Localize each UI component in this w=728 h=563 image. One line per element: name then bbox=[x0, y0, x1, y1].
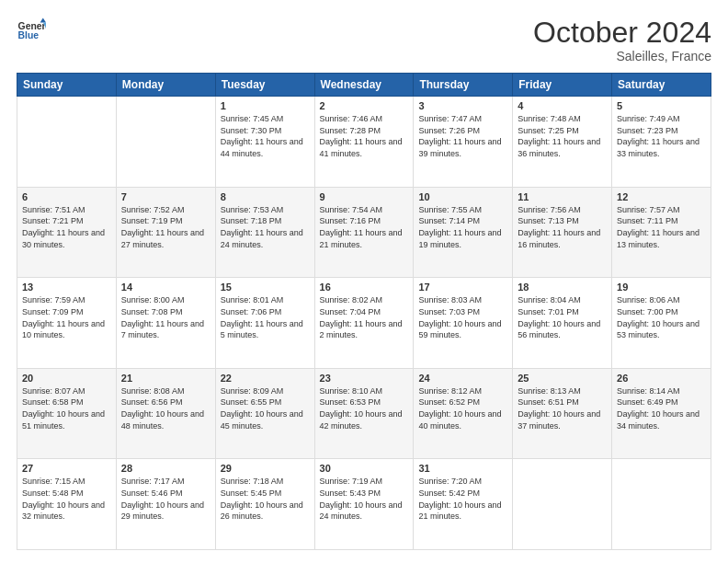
day-info: Sunrise: 8:03 AM Sunset: 7:03 PM Dayligh… bbox=[418, 294, 507, 340]
calendar-cell: 20Sunrise: 8:07 AM Sunset: 6:58 PM Dayli… bbox=[17, 368, 117, 459]
svg-marker-2 bbox=[40, 18, 46, 23]
calendar-cell: 2Sunrise: 7:46 AM Sunset: 7:28 PM Daylig… bbox=[314, 97, 414, 188]
weekday-header-monday: Monday bbox=[116, 74, 215, 97]
day-info: Sunrise: 8:04 AM Sunset: 7:01 PM Dayligh… bbox=[518, 294, 607, 340]
month-title: October 2024 bbox=[533, 17, 711, 49]
day-number: 26 bbox=[617, 373, 706, 384]
calendar-cell: 26Sunrise: 8:14 AM Sunset: 6:49 PM Dayli… bbox=[612, 368, 711, 459]
calendar-cell: 5Sunrise: 7:49 AM Sunset: 7:23 PM Daylig… bbox=[612, 97, 711, 188]
weekday-header-saturday: Saturday bbox=[612, 74, 711, 97]
calendar-cell: 23Sunrise: 8:10 AM Sunset: 6:53 PM Dayli… bbox=[314, 368, 414, 459]
calendar-cell: 12Sunrise: 7:57 AM Sunset: 7:11 PM Dayli… bbox=[612, 187, 711, 278]
calendar-cell: 11Sunrise: 7:56 AM Sunset: 7:13 PM Dayli… bbox=[513, 187, 612, 278]
day-number: 13 bbox=[22, 282, 111, 293]
weekday-header-thursday: Thursday bbox=[414, 74, 513, 97]
day-number: 10 bbox=[418, 191, 507, 202]
day-number: 9 bbox=[320, 191, 409, 202]
day-info: Sunrise: 8:08 AM Sunset: 6:56 PM Dayligh… bbox=[121, 385, 210, 431]
calendar-cell: 14Sunrise: 8:00 AM Sunset: 7:08 PM Dayli… bbox=[116, 278, 215, 369]
day-number: 29 bbox=[221, 463, 310, 474]
day-info: Sunrise: 8:02 AM Sunset: 7:04 PM Dayligh… bbox=[320, 294, 409, 340]
day-info: Sunrise: 8:06 AM Sunset: 7:00 PM Dayligh… bbox=[617, 294, 706, 340]
calendar-cell: 7Sunrise: 7:52 AM Sunset: 7:19 PM Daylig… bbox=[116, 187, 215, 278]
title-area: October 2024 Saleilles, France bbox=[533, 17, 711, 63]
day-number: 11 bbox=[518, 191, 607, 202]
calendar-cell: 8Sunrise: 7:53 AM Sunset: 7:18 PM Daylig… bbox=[215, 187, 314, 278]
calendar-cell: 16Sunrise: 8:02 AM Sunset: 7:04 PM Dayli… bbox=[314, 278, 414, 369]
day-info: Sunrise: 7:47 AM Sunset: 7:26 PM Dayligh… bbox=[418, 113, 507, 159]
day-info: Sunrise: 8:01 AM Sunset: 7:06 PM Dayligh… bbox=[221, 294, 310, 340]
calendar-week-2: 6Sunrise: 7:51 AM Sunset: 7:21 PM Daylig… bbox=[17, 187, 711, 278]
day-info: Sunrise: 7:57 AM Sunset: 7:11 PM Dayligh… bbox=[617, 204, 706, 250]
calendar-cell: 6Sunrise: 7:51 AM Sunset: 7:21 PM Daylig… bbox=[17, 187, 117, 278]
day-number: 16 bbox=[320, 282, 409, 293]
day-info: Sunrise: 7:56 AM Sunset: 7:13 PM Dayligh… bbox=[518, 204, 607, 250]
day-info: Sunrise: 7:49 AM Sunset: 7:23 PM Dayligh… bbox=[617, 113, 706, 159]
svg-text:Blue: Blue bbox=[18, 30, 40, 40]
day-info: Sunrise: 7:17 AM Sunset: 5:46 PM Dayligh… bbox=[121, 476, 210, 522]
calendar-week-3: 13Sunrise: 7:59 AM Sunset: 7:09 PM Dayli… bbox=[17, 278, 711, 369]
calendar-cell: 9Sunrise: 7:54 AM Sunset: 7:16 PM Daylig… bbox=[314, 187, 414, 278]
location: Saleilles, France bbox=[533, 49, 711, 63]
day-info: Sunrise: 8:10 AM Sunset: 6:53 PM Dayligh… bbox=[320, 385, 409, 431]
day-number: 21 bbox=[121, 373, 210, 384]
logo-icon: General Blue bbox=[17, 17, 46, 46]
page-header: General Blue October 2024 Saleilles, Fra… bbox=[17, 17, 711, 63]
weekday-header-row: SundayMondayTuesdayWednesdayThursdayFrid… bbox=[17, 74, 711, 97]
calendar-week-4: 20Sunrise: 8:07 AM Sunset: 6:58 PM Dayli… bbox=[17, 368, 711, 459]
day-number: 20 bbox=[22, 373, 111, 384]
day-info: Sunrise: 7:20 AM Sunset: 5:42 PM Dayligh… bbox=[418, 476, 507, 522]
weekday-header-sunday: Sunday bbox=[17, 74, 117, 97]
day-number: 28 bbox=[121, 463, 210, 474]
calendar-cell: 21Sunrise: 8:08 AM Sunset: 6:56 PM Dayli… bbox=[116, 368, 215, 459]
day-number: 3 bbox=[418, 100, 507, 111]
day-number: 7 bbox=[121, 191, 210, 202]
day-number: 24 bbox=[418, 373, 507, 384]
day-info: Sunrise: 8:07 AM Sunset: 6:58 PM Dayligh… bbox=[22, 385, 111, 431]
day-number: 17 bbox=[418, 282, 507, 293]
calendar-cell: 3Sunrise: 7:47 AM Sunset: 7:26 PM Daylig… bbox=[414, 97, 513, 188]
day-number: 12 bbox=[617, 191, 706, 202]
logo: General Blue bbox=[17, 17, 46, 46]
day-number: 22 bbox=[221, 373, 310, 384]
day-info: Sunrise: 7:15 AM Sunset: 5:48 PM Dayligh… bbox=[22, 476, 111, 522]
day-number: 25 bbox=[518, 373, 607, 384]
calendar-cell: 19Sunrise: 8:06 AM Sunset: 7:00 PM Dayli… bbox=[612, 278, 711, 369]
calendar-cell: 22Sunrise: 8:09 AM Sunset: 6:55 PM Dayli… bbox=[215, 368, 314, 459]
day-info: Sunrise: 7:53 AM Sunset: 7:18 PM Dayligh… bbox=[221, 204, 310, 250]
day-number: 23 bbox=[320, 373, 409, 384]
day-info: Sunrise: 7:48 AM Sunset: 7:25 PM Dayligh… bbox=[518, 113, 607, 159]
day-info: Sunrise: 8:09 AM Sunset: 6:55 PM Dayligh… bbox=[221, 385, 310, 431]
weekday-header-friday: Friday bbox=[513, 74, 612, 97]
day-info: Sunrise: 7:55 AM Sunset: 7:14 PM Dayligh… bbox=[418, 204, 507, 250]
day-info: Sunrise: 7:46 AM Sunset: 7:28 PM Dayligh… bbox=[320, 113, 409, 159]
calendar-cell: 17Sunrise: 8:03 AM Sunset: 7:03 PM Dayli… bbox=[414, 278, 513, 369]
day-number: 14 bbox=[121, 282, 210, 293]
day-info: Sunrise: 8:13 AM Sunset: 6:51 PM Dayligh… bbox=[518, 385, 607, 431]
calendar-cell: 28Sunrise: 7:17 AM Sunset: 5:46 PM Dayli… bbox=[116, 459, 215, 550]
day-number: 5 bbox=[617, 100, 706, 111]
calendar-cell: 25Sunrise: 8:13 AM Sunset: 6:51 PM Dayli… bbox=[513, 368, 612, 459]
calendar-cell: 1Sunrise: 7:45 AM Sunset: 7:30 PM Daylig… bbox=[215, 97, 314, 188]
day-info: Sunrise: 7:51 AM Sunset: 7:21 PM Dayligh… bbox=[22, 204, 111, 250]
calendar-body: 1Sunrise: 7:45 AM Sunset: 7:30 PM Daylig… bbox=[17, 97, 711, 550]
calendar-cell: 18Sunrise: 8:04 AM Sunset: 7:01 PM Dayli… bbox=[513, 278, 612, 369]
calendar-cell: 24Sunrise: 8:12 AM Sunset: 6:52 PM Dayli… bbox=[414, 368, 513, 459]
weekday-header-wednesday: Wednesday bbox=[314, 74, 414, 97]
day-info: Sunrise: 8:14 AM Sunset: 6:49 PM Dayligh… bbox=[617, 385, 706, 431]
calendar-cell: 27Sunrise: 7:15 AM Sunset: 5:48 PM Dayli… bbox=[17, 459, 117, 550]
calendar-cell: 13Sunrise: 7:59 AM Sunset: 7:09 PM Dayli… bbox=[17, 278, 117, 369]
calendar-cell bbox=[513, 459, 612, 550]
day-number: 30 bbox=[320, 463, 409, 474]
day-number: 27 bbox=[22, 463, 111, 474]
day-number: 31 bbox=[418, 463, 507, 474]
day-info: Sunrise: 7:45 AM Sunset: 7:30 PM Dayligh… bbox=[221, 113, 310, 159]
calendar-cell: 10Sunrise: 7:55 AM Sunset: 7:14 PM Dayli… bbox=[414, 187, 513, 278]
calendar-cell bbox=[116, 97, 215, 188]
day-number: 1 bbox=[221, 100, 310, 111]
day-number: 18 bbox=[518, 282, 607, 293]
day-number: 6 bbox=[22, 191, 111, 202]
day-info: Sunrise: 7:54 AM Sunset: 7:16 PM Dayligh… bbox=[320, 204, 409, 250]
calendar-week-1: 1Sunrise: 7:45 AM Sunset: 7:30 PM Daylig… bbox=[17, 97, 711, 188]
calendar-cell: 4Sunrise: 7:48 AM Sunset: 7:25 PM Daylig… bbox=[513, 97, 612, 188]
